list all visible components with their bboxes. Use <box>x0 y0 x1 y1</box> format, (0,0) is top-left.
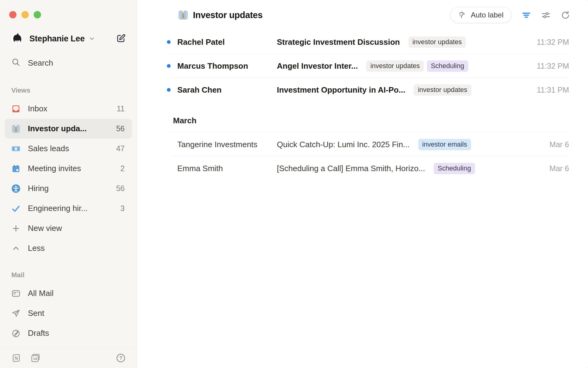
email-subject: Angel Investor Inter... <box>277 61 358 71</box>
sidebar-item-engineering-hiring[interactable]: Engineering hir... 3 <box>5 198 132 218</box>
profile-name: Stephanie Lee <box>29 34 85 44</box>
search-button[interactable]: Search <box>5 56 132 70</box>
email-tag[interactable]: investor emails <box>418 139 471 150</box>
sidebar-item-count: 56 <box>116 124 125 133</box>
profile-switcher[interactable]: Stephanie Lee <box>10 32 126 45</box>
sidebar-item-hiring[interactable]: Hiring 56 <box>5 178 132 198</box>
sidebar-item-investor-updates[interactable]: Investor upda... 56 <box>5 119 132 139</box>
notion-app-button[interactable]: N <box>11 353 21 363</box>
email-sender: Emma Smith <box>177 164 277 173</box>
svg-text:N: N <box>14 356 18 361</box>
filter-icon <box>522 16 531 21</box>
email-tag[interactable]: investor updates <box>414 84 471 96</box>
email-tag[interactable]: Scheduling <box>427 60 468 72</box>
email-time: Mar 6 <box>543 140 569 149</box>
section-label-mail: Mail <box>11 271 137 279</box>
help-icon: ? <box>116 359 126 364</box>
email-time: 11:32 PM <box>531 38 569 47</box>
email-tags: Scheduling <box>434 163 475 174</box>
sidebar-item-sent[interactable]: Sent <box>5 303 132 323</box>
fullscreen-window-button[interactable] <box>34 11 41 18</box>
email-group-march: March Tangerine Investments Quick Catch-… <box>137 102 588 180</box>
sidebar-item-label: All Mail <box>28 289 54 298</box>
sidebar-item-less[interactable]: Less <box>5 238 132 258</box>
paper-plane-icon <box>11 309 21 318</box>
page-title: Investor updates <box>193 10 262 20</box>
email-row[interactable]: Rachel Patel Strategic Investment Discus… <box>137 30 588 54</box>
email-row[interactable]: Tangerine Investments Quick Catch-Up: Lu… <box>137 132 588 156</box>
sidebar-item-all-mail[interactable]: All Mail <box>5 283 132 303</box>
email-row[interactable]: Emma Smith [Scheduling a Call] Emma Smit… <box>137 156 588 180</box>
sidebar-item-count: 11 <box>117 104 125 113</box>
chevron-down-icon <box>88 35 96 42</box>
sidebar-item-count: 56 <box>116 184 125 193</box>
auto-label-button[interactable]: Auto label <box>450 7 511 23</box>
close-window-button[interactable] <box>9 11 17 18</box>
svg-text:?: ? <box>119 355 123 361</box>
sidebar-item-count: 47 <box>116 144 125 153</box>
email-tags: investor updates <box>409 36 466 48</box>
email-subject: [Scheduling a Call] Emma Smith, Horizo..… <box>277 164 425 173</box>
email-row[interactable]: Sarah Chen Investment Opportunity in AI-… <box>137 78 588 102</box>
mail-list: All Mail Sent Drafts <box>0 283 137 343</box>
inbox-tray-icon <box>11 104 21 113</box>
sidebar-item-drafts[interactable]: Drafts <box>5 323 132 343</box>
refresh-button[interactable] <box>561 10 570 20</box>
sidebar-item-sales-leads[interactable]: Sales leads 47 <box>5 139 132 159</box>
header-toolbar: Auto label <box>450 7 570 23</box>
necktie-icon <box>11 124 21 133</box>
sidebar-item-label: Hiring <box>28 184 49 193</box>
window-controls <box>9 11 41 18</box>
email-row[interactable]: Marcus Thompson Angel Investor Inter... … <box>137 54 588 78</box>
plus-icon <box>11 224 21 233</box>
refresh-icon <box>561 16 570 21</box>
sidebar-item-label: Meeting invites <box>28 164 81 173</box>
app-window: Stephanie Lee Search Views <box>0 0 588 368</box>
unread-dot <box>167 88 171 92</box>
auto-label-icon <box>458 11 467 19</box>
display-settings-button[interactable] <box>541 10 551 20</box>
sidebar-item-count: 2 <box>120 164 125 173</box>
minimize-window-button[interactable] <box>21 11 29 18</box>
email-sender: Tangerine Investments <box>177 140 277 149</box>
sidebar-item-label: Drafts <box>28 328 49 338</box>
month-header: March <box>170 116 570 132</box>
sidebar-item-label: Engineering hir... <box>28 204 88 213</box>
email-tag[interactable]: investor updates <box>366 60 424 72</box>
help-button[interactable]: ? <box>116 353 126 363</box>
unread-dot <box>167 40 171 44</box>
sidebar-footer: N 14 ? <box>0 348 137 368</box>
sidebar-item-label: Inbox <box>28 104 47 113</box>
notion-logo-icon: N <box>11 359 21 364</box>
sidebar-item-label: Sales leads <box>28 144 69 153</box>
email-tags: investor updates Scheduling <box>366 60 468 72</box>
email-sender: Marcus Thompson <box>177 61 277 71</box>
sidebar-item-label: Sent <box>28 309 44 318</box>
checkmark-icon <box>11 204 21 213</box>
calendar-icon <box>11 164 21 173</box>
email-time: Mar 6 <box>543 164 569 173</box>
email-tag[interactable]: investor updates <box>409 36 466 48</box>
notion-calendar-button[interactable]: 14 <box>30 353 40 363</box>
sidebar-item-meeting-invites[interactable]: Meeting invites 2 <box>5 159 132 178</box>
unread-dot <box>167 64 171 68</box>
compose-button[interactable] <box>115 33 126 44</box>
email-sender: Sarah Chen <box>177 85 277 95</box>
email-subject: Strategic Investment Discussion <box>277 37 400 47</box>
sidebar-item-inbox[interactable]: Inbox 11 <box>5 99 132 119</box>
notion-calendar-icon: 14 <box>30 359 40 364</box>
email-tags: investor updates <box>414 84 471 96</box>
auto-label-button-label: Auto label <box>471 11 503 19</box>
email-subject: Investment Opportunity in AI-Po... <box>277 85 405 95</box>
email-tag[interactable]: Scheduling <box>434 163 475 174</box>
email-sender: Rachel Patel <box>177 37 277 47</box>
main-panel: Investor updates Auto label <box>137 0 588 368</box>
email-tags: investor emails <box>418 139 471 150</box>
email-time: 11:31 PM <box>531 86 569 94</box>
sidebar-item-new-view[interactable]: New view <box>5 218 132 238</box>
email-group-recent: Rachel Patel Strategic Investment Discus… <box>137 30 588 102</box>
search-label: Search <box>28 58 53 68</box>
filter-button[interactable] <box>522 10 531 20</box>
sidebar-item-label: New view <box>28 224 62 233</box>
pencil-circle-icon <box>11 329 21 338</box>
